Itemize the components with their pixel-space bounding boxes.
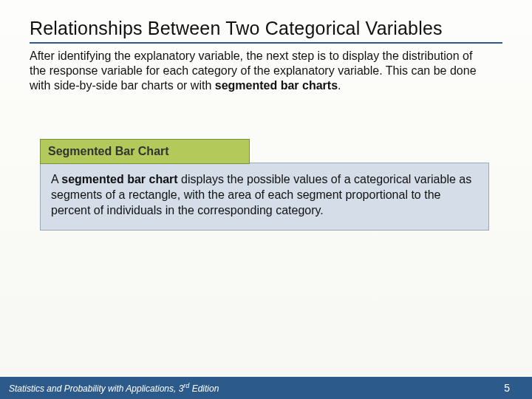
footer-bar: Statistics and Probability with Applicat…: [0, 377, 532, 399]
intro-text-post: .: [338, 79, 341, 92]
callout-body-bold: segmented bar chart: [61, 173, 177, 185]
footer-book-post: Edition: [189, 383, 219, 394]
slide: Relationships Between Two Categorical Va…: [0, 0, 532, 399]
callout-body-pre: A: [51, 173, 61, 185]
intro-paragraph: After identifying the explanatory variab…: [30, 49, 488, 93]
footer-page-number: 5: [504, 382, 510, 394]
intro-text-bold: segmented bar charts: [215, 79, 338, 92]
callout-header: Segmented Bar Chart: [40, 139, 250, 164]
callout-body: A segmented bar chart displays the possi…: [40, 163, 489, 231]
footer-book-title: Statistics and Probability with Applicat…: [9, 382, 219, 394]
slide-title: Relationships Between Two Categorical Va…: [30, 18, 502, 44]
footer-book-pre: Statistics and Probability with Applicat…: [9, 383, 183, 394]
